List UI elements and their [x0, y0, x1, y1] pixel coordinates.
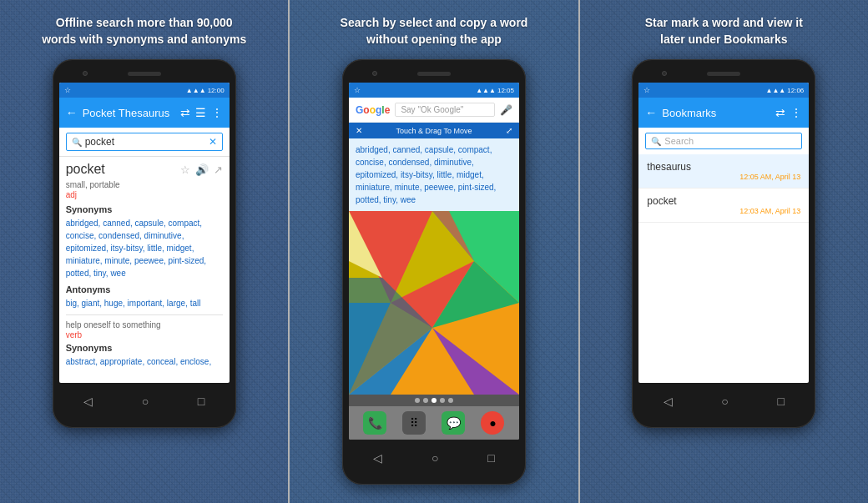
content-1: pocket ☆ 🔊 ↗ small, portable adj Synonym… [59, 157, 230, 378]
word-icons-1: ☆ 🔊 ↗ [180, 163, 223, 176]
wallpaper-svg [349, 211, 519, 395]
status-signal-3: ▲▲▲ [766, 87, 786, 94]
tooltip-bar[interactable]: ✕ Touch & Drag To Move ⤢ [349, 123, 519, 138]
nav-bar-2: ◁ ○ □ [349, 443, 519, 473]
app-title-3: Bookmarks [662, 107, 770, 119]
bookmark-item-0[interactable]: thesaurus 12:05 AM, April 13 [638, 154, 809, 189]
tooltip-expand-icon[interactable]: ⤢ [506, 126, 512, 135]
synonyms-title-1: Synonyms [66, 204, 223, 214]
camera-2 [372, 71, 377, 76]
nav-back-3[interactable]: ◁ [664, 395, 673, 408]
synonyms2-1: abstract, appropriate, conceal, enclose, [66, 355, 223, 368]
panel-3: Star mark a word and view it later under… [580, 0, 868, 503]
status-right-3: ▲▲▲ 12:06 [766, 87, 805, 94]
search-bar-bm[interactable]: 🔍 Search [645, 133, 802, 149]
search-value-1[interactable]: pocket [85, 136, 205, 148]
bookmark-time-1: 12:03 AM, April 13 [647, 207, 800, 215]
nav-recent-3[interactable]: □ [778, 395, 785, 408]
status-icon-wifi: ☆ [64, 86, 71, 94]
speaker-3 [707, 72, 740, 76]
caption-3: Star mark a word and view it later under… [645, 15, 803, 48]
nav-home-3[interactable]: ○ [721, 395, 728, 408]
app-bar-3: ← Bookmarks ⇄ ⋮ [638, 98, 809, 128]
antonyms-1: big, giant, huge, important, large, tall [66, 297, 223, 309]
nav-recent-2[interactable]: □ [487, 451, 494, 465]
bookmark-word-0: thesaurus [647, 161, 800, 173]
google-search-bar[interactable]: Say "Ok Google" [395, 103, 495, 117]
messages-dock-icon[interactable]: 💬 [442, 411, 465, 435]
phone-1: ☆ ▲▲▲ 12:00 ← Pocket Thesaurus ⇄ ☰ ⋮ 🔍 [53, 59, 236, 428]
pos-1: adj [66, 190, 223, 199]
home-dock: 📞 ⠿ 💬 ● [349, 406, 519, 440]
nav-back-2[interactable]: ◁ [373, 451, 382, 465]
screen-2: ☆ ▲▲▲ 12:05 Google Say "Ok Google" 🎤 [349, 83, 519, 440]
chrome-dock-icon[interactable]: ● [481, 411, 504, 435]
bookmark-item-1[interactable]: pocket 12:03 AM, April 13 [638, 189, 809, 223]
nav-back-1[interactable]: ◁ [83, 395, 93, 408]
search-container-1: 🔍 pocket ✕ [59, 128, 230, 157]
dot-2 [423, 398, 428, 403]
screen-1: ☆ ▲▲▲ 12:00 ← Pocket Thesaurus ⇄ ☰ ⋮ 🔍 [59, 83, 230, 383]
book-icon-1[interactable]: ☰ [195, 106, 206, 119]
more-icon-1[interactable]: ⋮ [211, 106, 223, 119]
status-icon-2: ☆ [354, 86, 361, 94]
synonyms-1: abridged, canned, capsule, compact, conc… [66, 217, 223, 279]
tooltip-text: abridged, canned, capsule, compact, conc… [349, 138, 519, 211]
mic-icon[interactable]: 🎤 [500, 104, 512, 116]
status-icon-3: ☆ [643, 86, 650, 94]
share-icon-1[interactable]: ↗ [214, 163, 223, 176]
status-right-1: ▲▲▲ 12:00 [186, 87, 225, 94]
panel-2: Search by select and copy a word without… [290, 0, 578, 503]
nav-bar-1: ◁ ○ □ [59, 386, 230, 416]
synonyms2-title-1: Synonyms [66, 343, 223, 353]
status-left-1: ☆ [64, 86, 71, 94]
dot-1 [415, 398, 420, 403]
divider-p2-p3 [578, 0, 580, 503]
status-right-2: ▲▲▲ 12:05 [476, 87, 514, 94]
panel-1: Offline search more than 90,000 words wi… [0, 0, 288, 503]
pos2-1: verb [66, 330, 223, 340]
back-icon-3[interactable]: ← [645, 106, 657, 119]
phone-3: ☆ ▲▲▲ 12:06 ← Bookmarks ⇄ ⋮ 🔍 Search [632, 59, 815, 428]
star-icon-1[interactable]: ☆ [180, 163, 190, 176]
nav-recent-1[interactable]: □ [198, 395, 204, 408]
phone-dock-icon[interactable]: 📞 [363, 411, 386, 435]
phone-top-3 [638, 68, 809, 79]
word-title-1: pocket [66, 162, 105, 177]
divider-1 [66, 314, 223, 315]
status-bar-3: ☆ ▲▲▲ 12:06 [638, 83, 809, 98]
bookmarks-content: 🔍 Search thesaurus 12:05 AM, April 13 po… [638, 133, 809, 223]
google-logo: Google [356, 104, 390, 116]
antonyms-title-1: Antonyms [66, 284, 223, 294]
status-time-1: 12:00 [208, 87, 225, 94]
dot-3 [431, 398, 437, 403]
shuffle-icon-3[interactable]: ⇄ [775, 106, 785, 119]
phone-top-1 [59, 68, 230, 79]
status-signal-icon: ▲▲▲ [186, 87, 206, 94]
back-icon-1[interactable]: ← [66, 106, 78, 119]
more-icon-3[interactable]: ⋮ [790, 106, 802, 119]
bookmark-time-0: 12:05 AM, April 13 [647, 173, 800, 181]
definition-1: small, portable [66, 180, 223, 189]
dot-4 [440, 398, 445, 403]
speaker-2 [417, 72, 451, 76]
apps-dock-icon[interactable]: ⠿ [402, 411, 426, 435]
wallpaper [349, 211, 519, 395]
status-signal-2: ▲▲▲ [476, 87, 496, 94]
divider-p1-p2 [288, 0, 290, 503]
dot-5 [448, 398, 453, 403]
status-bar-1: ☆ ▲▲▲ 12:00 [59, 83, 230, 98]
tooltip-close-icon[interactable]: ✕ [356, 126, 362, 135]
status-time-2: 12:05 [497, 87, 514, 94]
status-time-3: 12:06 [787, 87, 804, 94]
shuffle-icon-1[interactable]: ⇄ [180, 106, 190, 119]
search-field-1[interactable]: 🔍 pocket ✕ [66, 133, 223, 151]
nav-home-1[interactable]: ○ [142, 395, 149, 408]
nav-home-2[interactable]: ○ [431, 451, 438, 465]
caption-1: Offline search more than 90,000 words wi… [42, 15, 246, 48]
bookmark-word-1: pocket [647, 195, 800, 207]
clear-icon-1[interactable]: ✕ [209, 136, 217, 148]
screen-3: ☆ ▲▲▲ 12:06 ← Bookmarks ⇄ ⋮ 🔍 Search [638, 83, 809, 383]
audio-icon-1[interactable]: 🔊 [195, 163, 209, 176]
word-header-1: pocket ☆ 🔊 ↗ [66, 162, 223, 177]
